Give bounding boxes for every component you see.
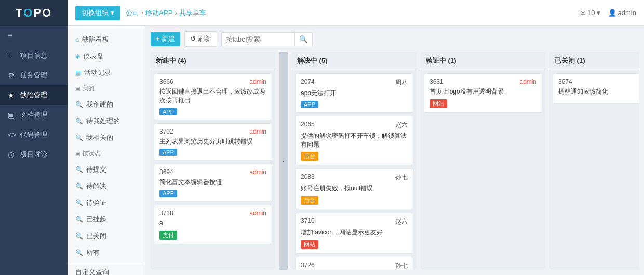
card-id: 3718 — [159, 209, 173, 217]
col-title-resolving: 解决中 (5) — [297, 57, 328, 64]
card-header: 3726 孙七 — [301, 261, 408, 270]
table-row[interactable]: 2083 孙七 账号注册失败，报null错误 后台 — [295, 168, 413, 209]
nav-item-related-me[interactable]: 🔍 我相关的 — [68, 129, 145, 146]
section-collapse-icon2: ▣ — [75, 151, 80, 156]
board-toolbar: + 新建 ↺ 刷新 🔍 — [151, 31, 639, 47]
switch-org-button[interactable]: 切换组织 ▾ — [75, 6, 120, 20]
topbar-right: ✉ 10 ▾ 👤 admin — [580, 9, 636, 17]
nav-item-all[interactable]: 🔍 所有 — [68, 244, 145, 261]
refresh-button[interactable]: ↺ 刷新 — [184, 31, 217, 47]
table-row[interactable]: 3710 赵六 增加favicon，网站显示更友好 网站 — [295, 213, 413, 254]
table-row[interactable]: 3726 孙七 应该防止同一个手机注册两个账号 — [295, 257, 413, 270]
nav-item-activity[interactable]: ▤ 活动记录 — [68, 64, 145, 81]
nav-item-label: 已关闭 — [86, 231, 106, 241]
card-id: 2083 — [301, 173, 315, 182]
mail-count: 10 — [587, 9, 595, 17]
kanban-col-header-verifying: 验证中 (1) — [421, 52, 545, 70]
card-title: 首页上logo没有用透明背景 — [430, 87, 536, 96]
table-row[interactable]: 3718 admin a 支付 — [154, 205, 272, 244]
kanban-col-body-resolving: 2074 周八 app无法打开 APP 2065 赵六 提供的解锁密码打不开车 — [292, 70, 417, 270]
card-id: 3666 — [159, 78, 173, 85]
nav-item-wait-me[interactable]: 🔍 待我处理的 — [68, 113, 145, 129]
pending-submit-icon: 🔍 — [75, 166, 83, 173]
dashboard-icon: ⌂ — [75, 36, 79, 43]
nav-item-pending-submit[interactable]: 🔍 待提交 — [68, 161, 145, 178]
new-button[interactable]: + 新建 — [151, 32, 180, 46]
pending-resolve-icon: 🔍 — [75, 182, 83, 190]
card-id: 3631 — [430, 78, 444, 85]
card-user: 周八 — [395, 78, 408, 87]
sidebar-item-doc-mgmt[interactable]: ▣ 文档管理 — [0, 105, 68, 125]
search-button[interactable]: 🔍 — [294, 33, 312, 46]
table-row[interactable]: 2074 周八 app无法打开 APP — [295, 73, 413, 113]
sidebar-item-task-mgmt[interactable]: ⚙ 任务管理 — [0, 66, 68, 85]
card-id: 3694 — [159, 168, 173, 176]
table-row[interactable]: 3702 admin 主列表界浏览历史分页时跳转错误 APP — [154, 123, 272, 161]
breadcrumb-company[interactable]: 公司 — [126, 8, 139, 18]
kanban-col-body-new: 3666 admin 按返回键直接退出不合理，应该改成两次按再推出 APP 37… — [151, 70, 275, 270]
kanban-col-body-verifying: 3631 admin 首页上logo没有用透明背景 网站 — [421, 70, 545, 270]
card-header: 3710 赵六 — [301, 217, 408, 226]
section-label: 按状态 — [82, 149, 101, 158]
table-row[interactable]: 3666 admin 按返回键直接退出不合理，应该改成两次按再推出 APP — [154, 73, 272, 120]
content-area: ⌂ 缺陷看板 ◈ 仪表盘 ▤ 活动记录 ▣ 我的 🔍 我创建的 🔍 待我处理的 — [68, 26, 644, 275]
nav-item-dashboard2[interactable]: ◈ 仪表盘 — [68, 48, 145, 64]
sidebar-item-defect-mgmt[interactable]: ★ 缺陷管理 — [0, 85, 68, 105]
card-title: app无法打开 — [301, 89, 408, 98]
nav-item-closed[interactable]: 🔍 已关闭 — [68, 228, 145, 244]
table-row[interactable]: 2065 赵六 提供的解锁密码打不开车锁，解锁算法有问题 后台 — [295, 116, 413, 166]
topbar-left: 切换组织 ▾ 公司 › 移动APP › 共享单车 — [75, 6, 206, 20]
nav-item-suspended[interactable]: 🔍 已挂起 — [68, 211, 145, 228]
card-user: admin — [249, 78, 266, 85]
card-user: admin — [249, 128, 266, 135]
menu-toggle[interactable]: ≡ — [0, 26, 68, 46]
nav-item-label: 仪表盘 — [83, 51, 103, 61]
nav-item-pending-resolve[interactable]: 🔍 待解决 — [68, 178, 145, 194]
sidebar-item-project-discuss[interactable]: ◎ 项目讨论 — [0, 145, 68, 164]
search-input[interactable] — [222, 33, 294, 46]
logo-o: O — [23, 6, 33, 20]
sidebar-item-project-info[interactable]: □ 项目信息 — [0, 46, 68, 66]
collapse-toggle[interactable]: ‹ — [279, 52, 288, 270]
card-tag: APP — [159, 149, 177, 156]
card-user: 孙七 — [395, 173, 408, 182]
kanban-col-header-new: 新建中 (4) — [151, 52, 275, 70]
logo: TOPO — [0, 0, 68, 26]
sidebar-item-code-mgmt[interactable]: <> 代码管理 — [0, 125, 68, 145]
mail-button[interactable]: ✉ 10 ▾ — [580, 9, 600, 17]
sidebar-item-label: 文档管理 — [20, 110, 47, 120]
card-header: 2074 周八 — [301, 78, 408, 87]
table-row[interactable]: 3631 admin 首页上logo没有用透明背景 网站 — [424, 73, 542, 113]
table-row[interactable]: 3674 提醒通知应该简化 — [553, 73, 639, 104]
project-info-icon: □ — [8, 51, 16, 60]
card-title: 增加favicon，网站显示更友好 — [301, 228, 408, 237]
sidebar-item-label: 代码管理 — [20, 130, 47, 139]
card-title: 提供的解锁密码打不开车锁，解锁算法有问题 — [301, 132, 408, 149]
card-id: 3726 — [301, 261, 315, 270]
card-user: admin — [519, 78, 536, 85]
card-header: 3666 admin — [159, 78, 266, 85]
doc-mgmt-icon: ▣ — [8, 111, 16, 119]
nav-item-created-by-me[interactable]: 🔍 我创建的 — [68, 96, 145, 113]
task-mgmt-icon: ⚙ — [8, 71, 16, 80]
card-tag: 网站 — [430, 99, 447, 108]
nav-item-pending-verify[interactable]: 🔍 待验证 — [68, 194, 145, 211]
nav-section-mine: ▣ 我的 — [68, 81, 145, 96]
mail-icon: ✉ — [580, 9, 586, 17]
nav-item-label: 所有 — [86, 248, 100, 257]
section-label: 我的 — [82, 84, 95, 93]
table-row[interactable]: 3694 admin 简化富文本编辑器按钮 APP — [154, 164, 272, 202]
switch-org-label: 切换组织 — [82, 8, 109, 18]
admin-menu[interactable]: 👤 admin — [608, 9, 636, 17]
activity-icon: ▤ — [75, 69, 81, 76]
nav-item-dashboard[interactable]: ⌂ 缺陷看板 — [68, 31, 145, 48]
custom-query[interactable]: 自定义查询 — [68, 264, 145, 275]
breadcrumb-bike-share[interactable]: 共享单车 — [179, 8, 206, 18]
card-id: 3674 — [558, 78, 572, 85]
nav-item-label: 待我处理的 — [86, 116, 120, 126]
search-box: 🔍 — [221, 32, 313, 46]
nav-item-label: 已挂起 — [86, 215, 106, 224]
card-id: 3710 — [301, 217, 315, 226]
breadcrumb-mobile-app[interactable]: 移动APP — [145, 8, 172, 18]
card-title: 提醒通知应该简化 — [558, 87, 639, 96]
